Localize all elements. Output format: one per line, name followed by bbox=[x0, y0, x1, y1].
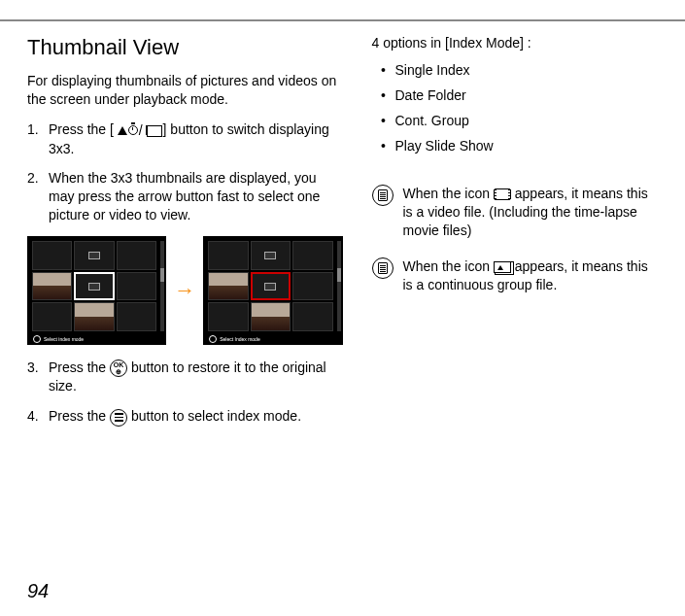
thumbnail-transition-figure: Select index mode → bbox=[27, 236, 343, 345]
thumb-screen-left: Select index mode bbox=[27, 236, 166, 345]
scroll-indicator bbox=[337, 241, 341, 331]
film-icon bbox=[494, 188, 511, 200]
option-date-folder: •Date Folder bbox=[372, 87, 659, 103]
continuous-group-icon bbox=[494, 261, 511, 273]
intro-text: For displaying thumbnails of pictures an… bbox=[27, 72, 343, 109]
page-title: Thumbnail View bbox=[27, 35, 343, 60]
note-continuous-group: When the icon appears, it means this is … bbox=[372, 257, 659, 294]
menu-button-icon bbox=[110, 409, 127, 427]
page-content: Thumbnail View For displaying thumbnails… bbox=[0, 21, 685, 438]
ok-button-icon: OK ⊕ bbox=[110, 359, 127, 377]
index-mode-options: •Single Index •Date Folder •Cont. Group … bbox=[372, 62, 659, 154]
thumb-caption-right: Select Index mode bbox=[209, 335, 259, 343]
step-3: 3. Press the OK ⊕ button to restore it t… bbox=[27, 359, 343, 395]
right-column: 4 options in [Index Mode] : •Single Inde… bbox=[372, 35, 659, 438]
left-column: Thumbnail View For displaying thumbnails… bbox=[27, 35, 343, 438]
top-divider bbox=[0, 0, 685, 21]
timer-icon bbox=[128, 125, 138, 135]
steps-list-continued: 3. Press the OK ⊕ button to restore it t… bbox=[27, 359, 343, 426]
thumbnail-stack-icon bbox=[146, 125, 159, 135]
thumb-caption-left: Select index mode bbox=[33, 335, 84, 343]
up-timer-thumb-icon: / bbox=[118, 121, 159, 140]
step-2: 2. When the 3x3 thumbnails are displayed… bbox=[27, 169, 343, 224]
note-video-file: When the icon appears, it means this is … bbox=[372, 185, 659, 240]
arrow-right-icon: → bbox=[174, 278, 195, 303]
thumb-screen-right: Select Index mode bbox=[203, 236, 342, 345]
option-play-slideshow: •Play Slide Show bbox=[372, 138, 659, 154]
scroll-indicator bbox=[160, 241, 164, 331]
option-single-index: •Single Index bbox=[372, 62, 659, 78]
note-icon bbox=[372, 185, 394, 206]
page-number: 94 bbox=[27, 580, 49, 602]
triangle-up-icon bbox=[118, 126, 127, 135]
option-cont-group: •Cont. Group bbox=[372, 113, 659, 128]
step-4: 4. Press the button to select index mode… bbox=[27, 407, 343, 426]
note-icon bbox=[372, 257, 394, 279]
step-1: 1. Press the [ / ] button to switch disp… bbox=[27, 120, 343, 158]
steps-list: 1. Press the [ / ] button to switch disp… bbox=[27, 120, 343, 224]
index-mode-heading: 4 options in [Index Mode] : bbox=[372, 35, 659, 51]
